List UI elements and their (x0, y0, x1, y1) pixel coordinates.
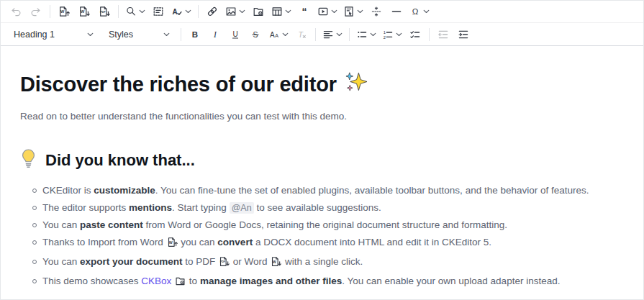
undo-button (7, 3, 24, 20)
insert-template-button[interactable] (342, 3, 365, 20)
insert-table-button[interactable] (270, 3, 293, 20)
italic-icon: I (209, 29, 221, 40)
link-icon (207, 6, 218, 17)
strikethrough-icon: S (250, 29, 261, 40)
export-to-word-button[interactable]: W (76, 3, 93, 20)
undo-icon (10, 6, 22, 17)
chevron-down-icon (163, 32, 170, 37)
document-title: Discover the riches of our editor (20, 71, 630, 98)
page-break-icon (371, 6, 382, 17)
ckbox-link[interactable]: CKBox (141, 276, 171, 286)
list-item: Thanks to Import from Word W you can con… (32, 234, 630, 253)
media-embed-icon (317, 6, 329, 17)
svg-text:“: “ (302, 6, 307, 17)
chevron-down-icon (185, 9, 191, 14)
numbered-list-button[interactable]: 12 (381, 26, 404, 43)
outdent-button (435, 26, 452, 43)
import-word-icon: W (167, 236, 178, 253)
block-quote-button[interactable]: “ (296, 3, 313, 20)
template-icon (343, 6, 355, 17)
styles-dropdown[interactable]: Styles (102, 26, 176, 43)
svg-text:W: W (168, 240, 172, 245)
bold-text: paste content (80, 219, 143, 230)
horizontal-line-button[interactable] (388, 3, 405, 20)
svg-text:A: A (270, 30, 275, 38)
indent-button[interactable] (455, 26, 472, 43)
toolbar-row-1: WWPDFA“Ω (1, 1, 643, 23)
italic-button[interactable]: I (207, 26, 224, 43)
bold-text: export your document (80, 256, 183, 267)
svg-text:2: 2 (384, 35, 386, 39)
toolbar-separator (349, 28, 350, 41)
proofread-button[interactable]: A (170, 3, 193, 20)
bulleted-list-button[interactable] (355, 26, 378, 43)
link-button[interactable] (204, 3, 221, 20)
select-all-button[interactable] (150, 3, 167, 20)
lightbulb-emoji (20, 148, 37, 173)
table-icon (271, 6, 283, 17)
import-word-icon: W (58, 6, 70, 17)
underline-button[interactable]: U (227, 26, 244, 43)
underline-icon: U (230, 29, 241, 40)
remove-format-button: T (293, 26, 310, 43)
export-word-icon: W (271, 255, 281, 273)
font-family-button[interactable]: AA (267, 26, 290, 43)
mention-chip: @An (230, 202, 254, 214)
svg-text:W: W (60, 9, 65, 14)
bold-button[interactable]: B (186, 26, 204, 43)
ckbox-file-manager-button[interactable] (250, 3, 267, 20)
bold-text: mentions (129, 202, 172, 213)
svg-text:W: W (81, 9, 85, 14)
find-and-replace-button[interactable] (124, 3, 147, 20)
chevron-down-icon (87, 32, 94, 37)
todo-list-button[interactable] (407, 26, 424, 43)
feature-list: CKEditor is customizable. You can fine-t… (20, 182, 630, 292)
list-item: You can export your document to PDF PDF … (32, 253, 630, 273)
indent-icon (458, 29, 469, 40)
redo-icon (30, 6, 42, 17)
heading-dropdown[interactable]: Heading 1 (7, 26, 99, 43)
document-title-text: Discover the riches of our editor (20, 73, 337, 96)
toolbar-separator (198, 5, 199, 18)
bold-text: customizable (94, 185, 155, 196)
toolbar-row-2: Heading 1StylesBIUSAAT12 (1, 23, 643, 45)
chevron-down-icon (331, 9, 337, 14)
list-item: This demo showcases CKBox to manage imag… (32, 273, 630, 292)
toolbar-separator (50, 5, 50, 18)
chevron-down-icon (423, 9, 430, 14)
editor-toolbar: WWPDFA“ΩHeading 1StylesBIUSAAT12 (1, 1, 643, 46)
outdent-icon (437, 29, 449, 40)
bold-icon: B (189, 29, 201, 40)
intro-paragraph: Read on to better understand the functio… (20, 111, 630, 122)
insert-media-button[interactable] (316, 3, 339, 20)
chevron-down-icon (239, 9, 245, 14)
svg-text:1: 1 (384, 30, 386, 35)
font-icon: AA (268, 29, 280, 40)
export-pdf-icon: PDF (219, 255, 230, 273)
editor-content-area[interactable]: Discover the riches of our editor Read o… (1, 71, 643, 292)
list-item: The editor supports mentions. Start typi… (32, 199, 630, 217)
text-alignment-button[interactable] (321, 26, 344, 43)
import-from-word-button[interactable]: W (55, 3, 73, 20)
strikethrough-button[interactable]: S (247, 26, 264, 43)
special-characters-icon: Ω (409, 6, 421, 17)
bulleted-list-icon (356, 29, 368, 40)
special-characters-button[interactable]: Ω (408, 3, 431, 20)
editor-frame: WWPDFA“ΩHeading 1StylesBIUSAAT12 Discove… (0, 0, 644, 300)
find-replace-icon (125, 6, 137, 17)
svg-text:PDF: PDF (220, 260, 226, 263)
export-pdf-icon: PDF (99, 6, 110, 17)
export-to-pdf-button[interactable]: PDF (96, 3, 113, 20)
chevron-down-icon (282, 32, 289, 37)
bold-text: convert (217, 237, 253, 247)
proofread-icon: A (171, 6, 183, 17)
svg-text:A: A (173, 8, 178, 16)
svg-text:PDF: PDF (100, 10, 106, 14)
svg-text:W: W (273, 260, 276, 264)
section-heading-text: Did you know that... (45, 151, 195, 170)
list-item: You can paste content from Word or Googl… (32, 217, 630, 234)
insert-image-button[interactable] (224, 3, 247, 20)
numbered-list-icon: 12 (382, 29, 394, 40)
section-heading: Did you know that... (20, 148, 630, 173)
page-break-button[interactable] (368, 3, 385, 20)
